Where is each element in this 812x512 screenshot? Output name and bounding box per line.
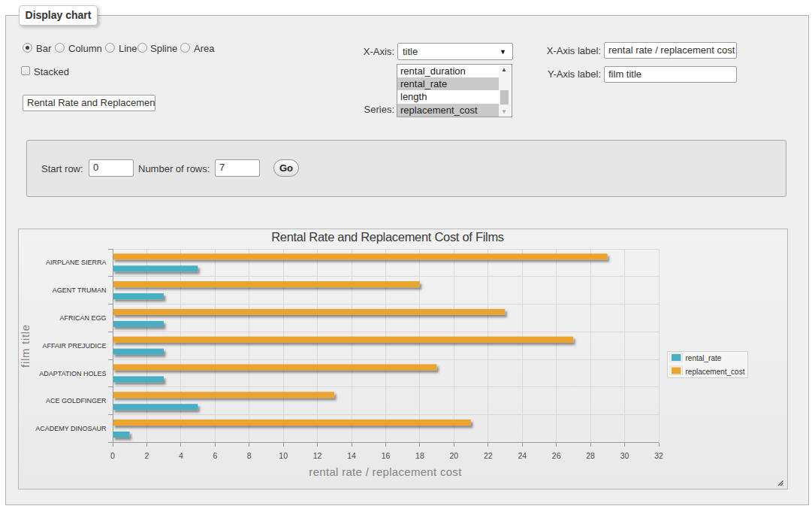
svg-text:4: 4 [179,451,183,460]
svg-text:ACE GOLDFINGER: ACE GOLDFINGER [46,397,107,404]
svg-text:Rental Rate and Replacement Co: Rental Rate and Replacement Cost of Film… [271,230,504,244]
svg-text:6: 6 [213,451,217,460]
svg-text:8: 8 [247,451,252,460]
svg-text:AIRPLANE SIERRA: AIRPLANE SIERRA [46,259,107,266]
svg-text:rental rate / replacement cost: rental rate / replacement cost [309,465,462,478]
svg-text:ACADEMY DINOSAUR: ACADEMY DINOSAUR [35,425,107,432]
svg-text:24: 24 [518,451,527,460]
svg-text:32: 32 [654,451,663,460]
svg-text:22: 22 [484,451,493,460]
svg-text:AFRICAN EGG: AFRICAN EGG [59,314,106,322]
svg-text:12: 12 [313,451,322,460]
svg-text:14: 14 [347,451,356,460]
svg-text:rental_rate: rental_rate [686,354,722,362]
svg-text:AFFAIR PREJUDICE: AFFAIR PREJUDICE [42,342,106,350]
svg-text:28: 28 [586,451,595,460]
svg-text:0: 0 [110,451,115,460]
svg-text:film title: film title [19,324,32,368]
svg-text:ADAPTATION HOLES: ADAPTATION HOLES [39,370,106,377]
svg-text:30: 30 [620,451,629,460]
svg-text:replacement_cost: replacement_cost [686,368,745,376]
svg-text:20: 20 [450,451,459,460]
svg-text:2: 2 [145,451,149,460]
svg-text:16: 16 [382,451,391,460]
svg-text:AGENT TRUMAN: AGENT TRUMAN [53,286,107,294]
svg-text:18: 18 [415,451,424,460]
svg-text:26: 26 [552,451,561,460]
svg-text:10: 10 [279,451,288,460]
